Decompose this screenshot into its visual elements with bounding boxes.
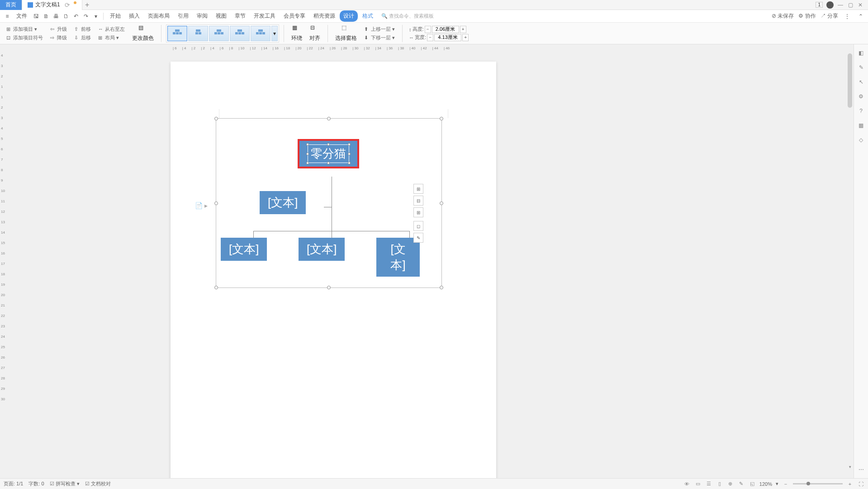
layout-thumb-3[interactable] xyxy=(209,26,229,41)
layout-button[interactable]: ⊞布局 ▾ xyxy=(97,34,126,42)
zoom-dropdown-icon[interactable]: ▾ xyxy=(776,481,778,487)
zoom-out-button[interactable]: − xyxy=(782,480,789,488)
status-spellcheck[interactable]: ☑ 拼写检查 ▾ xyxy=(50,480,80,487)
height-decrease[interactable]: − xyxy=(425,26,431,33)
org-node-child-3[interactable]: [文本] xyxy=(376,238,420,277)
view-page-icon[interactable]: ▭ xyxy=(694,480,702,488)
rtl-button[interactable]: ↔从右至左 xyxy=(97,25,126,33)
minimize-button[interactable]: — xyxy=(837,2,844,8)
menu-design[interactable]: 设计 xyxy=(340,10,358,22)
vertical-ruler[interactable]: 4321123456789101112131415161718192021222… xyxy=(0,44,10,478)
resize-handle-tr[interactable] xyxy=(440,117,443,120)
sidepanel-pen-icon[interactable]: ✎ xyxy=(857,63,865,72)
menu-file[interactable]: 文件 xyxy=(13,10,31,22)
node-handle[interactable] xyxy=(327,143,330,146)
smartart-selection-frame[interactable]: 零分猫 [文本] [文本] [文本] [文本] ⊞ ⊟ ⊞ ◻ xyxy=(216,118,442,288)
quick-access-icon[interactable]: 🗋 xyxy=(62,12,71,21)
undo-icon[interactable]: ↶ xyxy=(71,12,81,21)
print-preview-icon[interactable]: 🗎 xyxy=(42,12,51,21)
width-input[interactable] xyxy=(434,34,461,41)
status-words[interactable]: 字数: 0 xyxy=(28,480,44,487)
layout-thumb-1[interactable] xyxy=(167,26,187,41)
unsaved-indicator[interactable]: ⊘ 未保存 xyxy=(772,12,794,20)
layout-thumb-2[interactable] xyxy=(188,26,208,41)
change-color-button[interactable]: ▤ 更改颜色 xyxy=(129,24,157,43)
menu-view[interactable]: 视图 xyxy=(212,10,230,22)
add-bullet-button[interactable]: ⊡添加项目符号 xyxy=(5,34,44,42)
view-read-icon[interactable]: ▯ xyxy=(716,480,723,488)
menu-dev-tools[interactable]: 开发工具 xyxy=(250,10,279,22)
demote-button[interactable]: ⇨降级 xyxy=(49,34,68,42)
sidepanel-more-icon[interactable]: ⋯ xyxy=(857,465,865,474)
share-button[interactable]: ↗ 分享 xyxy=(821,12,838,20)
resize-handle-ml[interactable] xyxy=(214,201,218,205)
promote-button[interactable]: ⇦升级 xyxy=(49,25,68,33)
menu-page-layout[interactable]: 页面布局 xyxy=(144,10,173,22)
sidepanel-help-icon[interactable]: ? xyxy=(857,107,865,115)
node-handle[interactable] xyxy=(306,143,309,146)
zoom-fit-icon[interactable]: ◱ xyxy=(749,480,756,488)
tab-home[interactable]: 首页 xyxy=(0,0,22,10)
org-node-child-1[interactable]: [文本] xyxy=(221,238,267,261)
view-outline-icon[interactable]: ☰ xyxy=(705,480,712,488)
sidepanel-settings-icon[interactable]: ⚙ xyxy=(857,92,865,101)
node-handle[interactable] xyxy=(348,143,351,146)
sidepanel-task-icon[interactable]: ◧ xyxy=(857,49,865,57)
wrap-button[interactable]: ▦环绕 xyxy=(289,24,305,43)
fullscreen-icon[interactable]: ⛶ xyxy=(857,480,864,488)
org-node-assistant[interactable]: [文本] xyxy=(260,191,306,214)
new-tab-button[interactable]: + xyxy=(82,1,92,9)
width-increase[interactable]: + xyxy=(462,34,469,41)
scrollbar-thumb[interactable] xyxy=(848,53,852,108)
node-handle[interactable] xyxy=(306,162,309,164)
zoom-in-button[interactable]: + xyxy=(846,480,854,488)
tab-document[interactable]: 文字文稿1 ⟳ xyxy=(22,0,82,10)
vertical-scrollbar[interactable]: ▴ ▾ xyxy=(846,52,854,478)
menu-reference[interactable]: 引用 xyxy=(174,10,192,22)
eye-icon[interactable]: 👁 xyxy=(683,480,691,488)
select-pane-button[interactable]: ⬚选择窗格 xyxy=(332,24,360,43)
layout-thumb-4[interactable] xyxy=(230,26,250,41)
align-button[interactable]: ⊟对齐 xyxy=(307,24,323,43)
status-page[interactable]: 页面: 1/1 xyxy=(4,480,23,487)
move-backward-button[interactable]: ⇩后移 xyxy=(73,34,92,42)
collapse-ribbon-icon[interactable]: ⌃ xyxy=(856,12,865,21)
view-web-icon[interactable]: ⊕ xyxy=(727,480,734,488)
maximize-button[interactable]: ▢ xyxy=(847,2,854,8)
menu-member[interactable]: 会员专享 xyxy=(280,10,309,22)
resize-handle-tm[interactable] xyxy=(327,117,331,120)
zoom-slider-thumb[interactable] xyxy=(806,482,810,485)
dropdown-arrow-icon[interactable]: ▾ xyxy=(91,12,100,21)
view-write-icon[interactable]: ✎ xyxy=(738,480,745,488)
scroll-down-icon[interactable]: ▾ xyxy=(848,465,852,469)
resize-handle-mr[interactable] xyxy=(440,201,443,205)
sidepanel-shape-icon[interactable]: ◇ xyxy=(857,136,865,144)
resize-handle-bl[interactable] xyxy=(214,286,218,289)
org-node-root[interactable]: 零分猫 xyxy=(298,139,359,168)
more-icon[interactable]: ⋮ xyxy=(843,12,852,21)
node-handle[interactable] xyxy=(348,162,351,164)
print-icon[interactable]: 🖶 xyxy=(52,12,61,21)
layout-thumb-5[interactable] xyxy=(251,26,270,41)
move-forward-button[interactable]: ⇧前移 xyxy=(73,25,92,33)
height-increase[interactable]: + xyxy=(460,26,466,33)
menu-insert[interactable]: 插入 xyxy=(125,10,143,22)
resize-handle-br[interactable] xyxy=(440,286,443,289)
width-decrease[interactable]: − xyxy=(427,34,433,41)
menu-format[interactable]: 格式 xyxy=(359,10,377,22)
menu-start[interactable]: 开始 xyxy=(106,10,124,22)
float-add-below-icon[interactable]: ⊞ xyxy=(413,207,423,217)
menu-review[interactable]: 审阅 xyxy=(193,10,211,22)
save-icon[interactable]: 🖫 xyxy=(32,12,41,21)
menu-chapter[interactable]: 章节 xyxy=(231,10,249,22)
zoom-slider[interactable] xyxy=(793,483,843,484)
search-box[interactable]: 🔍 查找命令、搜索模板 xyxy=(381,13,434,19)
menu-docer[interactable]: 稻壳资源 xyxy=(310,10,339,22)
coop-button[interactable]: ⚙ 协作 xyxy=(798,12,816,20)
send-backward-button[interactable]: ⬇下移一层 ▾ xyxy=(363,34,396,42)
sidepanel-gallery-icon[interactable]: ▦ xyxy=(857,121,865,129)
float-add-sibling-icon[interactable]: ⊟ xyxy=(413,196,423,206)
node-handle[interactable] xyxy=(327,162,330,164)
bring-forward-button[interactable]: ⬆上移一层 ▾ xyxy=(363,25,396,33)
page[interactable]: 📄 ▸ 零分猫 xyxy=(171,62,496,478)
